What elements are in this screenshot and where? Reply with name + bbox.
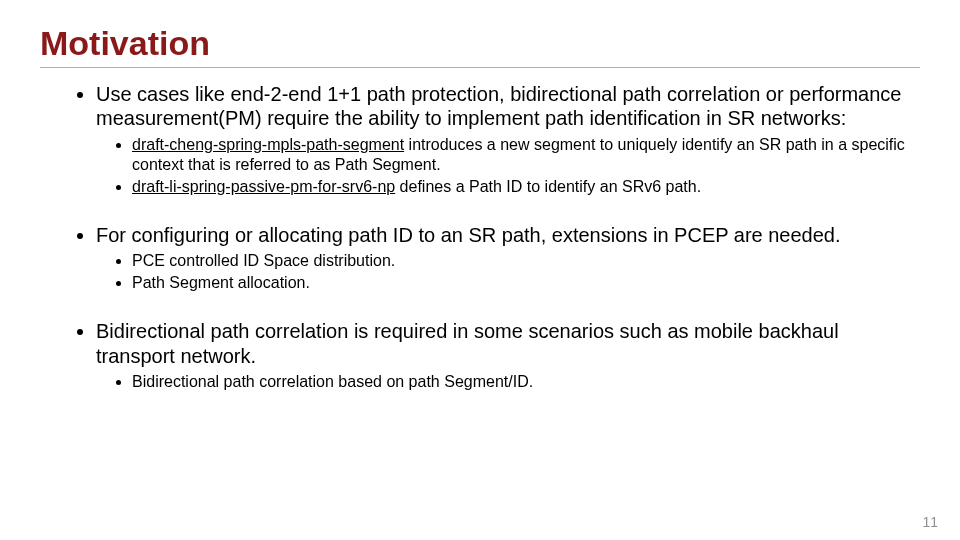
page-number: 11 [922, 514, 938, 530]
sub-bullet-rest: Bidirectional path correlation based on … [132, 373, 533, 390]
sub-bullet-lead: draft-li-spring-passive-pm-for-srv6-np [132, 178, 395, 195]
sub-bullet-item: Bidirectional path correlation based on … [132, 372, 920, 392]
sub-bullet-item: draft-li-spring-passive-pm-for-srv6-np d… [132, 177, 920, 197]
bullet-text: Use cases like end-2-end 1+1 path protec… [96, 83, 901, 129]
sub-bullet-rest: PCE controlled ID Space distribution. [132, 252, 395, 269]
sub-bullet-item: draft-cheng-spring-mpls-path-segment int… [132, 135, 920, 175]
slide-title: Motivation [40, 24, 920, 63]
sub-bullet-list: draft-cheng-spring-mpls-path-segment int… [96, 135, 920, 197]
bullet-item: For configuring or allocating path ID to… [96, 223, 920, 293]
sub-bullet-list: PCE controlled ID Space distribution. Pa… [96, 251, 920, 293]
title-rule [40, 67, 920, 68]
bullet-text: For configuring or allocating path ID to… [96, 224, 841, 246]
sub-bullet-item: Path Segment allocation. [132, 273, 920, 293]
bullet-list: Use cases like end-2-end 1+1 path protec… [40, 82, 920, 392]
bullet-item: Bidirectional path correlation is requir… [96, 319, 920, 392]
bullet-text: Bidirectional path correlation is requir… [96, 320, 839, 366]
sub-bullet-item: PCE controlled ID Space distribution. [132, 251, 920, 271]
sub-bullet-rest: defines a Path ID to identify an SRv6 pa… [395, 178, 701, 195]
sub-bullet-lead: draft-cheng-spring-mpls-path-segment [132, 136, 404, 153]
sub-bullet-list: Bidirectional path correlation based on … [96, 372, 920, 392]
slide: Motivation Use cases like end-2-end 1+1 … [0, 0, 960, 540]
bullet-item: Use cases like end-2-end 1+1 path protec… [96, 82, 920, 197]
sub-bullet-rest: Path Segment allocation. [132, 274, 310, 291]
